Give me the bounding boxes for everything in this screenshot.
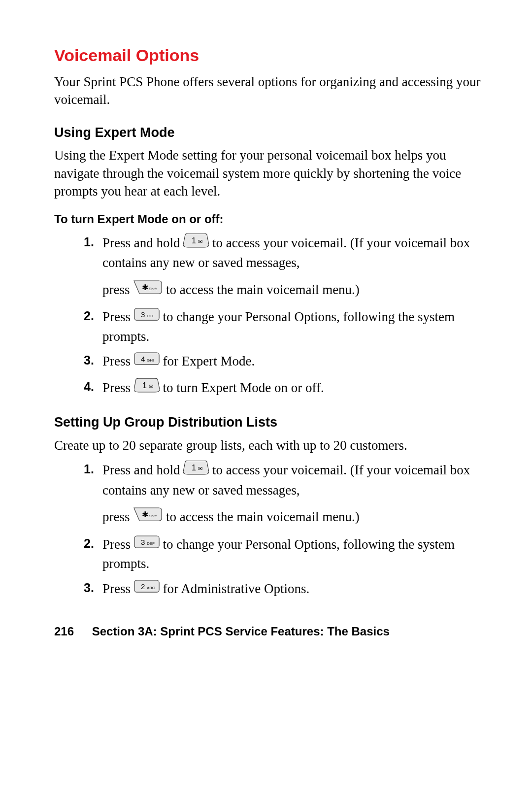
key-1-icon: 1✉ (183, 461, 209, 480)
step-number: 1. (84, 234, 102, 301)
step-text: Press and hold 1✉ to access your voicema… (102, 461, 483, 528)
section-heading-expert: Using Expert Mode (54, 124, 483, 141)
section-body-groups: Create up to 20 separate group lists, ea… (54, 436, 483, 454)
svg-text:DEF: DEF (147, 314, 155, 318)
svg-text:✱: ✱ (142, 510, 148, 519)
intro-text: Your Sprint PCS Phone offers several opt… (54, 73, 483, 109)
svg-text:✱: ✱ (142, 283, 148, 292)
step-number: 1. (84, 461, 102, 528)
step-text: Press 2ABC for Administrative Options. (102, 580, 483, 599)
svg-text:✉: ✉ (198, 466, 202, 471)
key-4-icon: 4GHI (134, 352, 160, 370)
step-number: 3. (84, 580, 102, 599)
svg-text:3: 3 (141, 538, 145, 546)
svg-text:✉: ✉ (149, 383, 153, 389)
step-number: 4. (84, 379, 102, 399)
section-body-expert: Using the Expert Mode setting for your p… (54, 146, 483, 200)
step-text: Press 3DEF to change your Personal Optio… (102, 308, 483, 345)
svg-text:ABC: ABC (147, 586, 155, 590)
svg-text:2: 2 (141, 582, 145, 591)
key-1-icon: 1✉ (134, 378, 160, 398)
step-text: Press 4GHI for Expert Mode. (102, 352, 483, 372)
key-star-icon: ✱Shift (133, 507, 163, 527)
svg-text:1: 1 (142, 381, 147, 390)
list-item: 4. Press 1✉ to turn Expert Mode on or of… (84, 379, 483, 399)
steps-expert: 1. Press and hold 1✉ to access your voic… (54, 234, 483, 399)
key-1-icon: 1✉ (183, 233, 209, 253)
svg-text:GHI: GHI (147, 358, 154, 363)
svg-text:Shift: Shift (149, 514, 157, 518)
list-item: 3. Press 2ABC for Administrative Options… (84, 580, 483, 599)
svg-text:✉: ✉ (198, 238, 202, 244)
svg-text:Shift: Shift (149, 287, 157, 291)
list-item: 1. Press and hold 1✉ to access your voic… (84, 461, 483, 528)
svg-text:DEF: DEF (147, 541, 155, 546)
step-number: 3. (84, 352, 102, 372)
list-item: 2. Press 3DEF to change your Personal Op… (84, 535, 483, 573)
key-3-icon: 3DEF (134, 535, 160, 554)
key-star-icon: ✱Shift (133, 280, 163, 300)
step-text: Press 3DEF to change your Personal Optio… (102, 535, 483, 573)
page-number: 216 (54, 624, 89, 639)
list-item: 1. Press and hold 1✉ to access your voic… (84, 234, 483, 301)
subhead-expert: To turn Expert Mode on or off: (54, 211, 483, 227)
section-heading-groups: Setting Up Group Distribution Lists (54, 413, 483, 431)
step-text: Press and hold 1✉ to access your voicema… (102, 234, 483, 301)
step-text: Press 1✉ to turn Expert Mode on or off. (102, 379, 483, 399)
footer-text: Section 3A: Sprint PCS Service Features:… (92, 625, 390, 638)
key-2-icon: 2ABC (134, 580, 160, 598)
page-footer: 216 Section 3A: Sprint PCS Service Featu… (54, 624, 483, 639)
key-3-icon: 3DEF (134, 308, 160, 326)
svg-text:1: 1 (192, 464, 196, 472)
svg-text:1: 1 (192, 236, 196, 245)
svg-text:4: 4 (141, 355, 145, 363)
svg-text:3: 3 (141, 310, 145, 319)
list-item: 2. Press 3DEF to change your Personal Op… (84, 308, 483, 345)
page-title: Voicemail Options (54, 44, 483, 67)
list-item: 3. Press 4GHI for Expert Mode. (84, 352, 483, 372)
steps-groups: 1. Press and hold 1✉ to access your voic… (54, 461, 483, 599)
step-number: 2. (84, 308, 102, 345)
step-number: 2. (84, 535, 102, 573)
